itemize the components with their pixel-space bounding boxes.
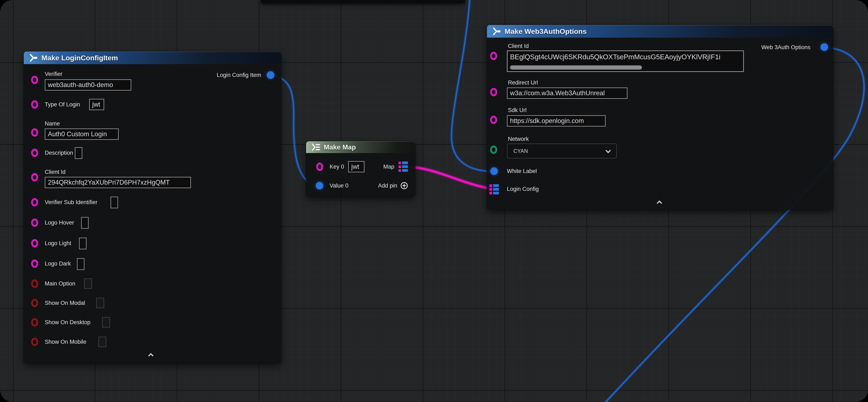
- pin-label-key0: Key 0: [330, 163, 344, 171]
- redirect-url-input[interactable]: w3a://com.w3a.Web3AuthUnreal: [507, 87, 627, 99]
- client-id-input[interactable]: BEglQSgt4cUWcj6SKRdu5QkOXTsePmMcusG5EAoy…: [507, 51, 744, 72]
- pin-label-login-config: Login Config: [507, 185, 539, 193]
- string-pin-verifier[interactable]: [31, 76, 38, 84]
- string-pin-logo-hover[interactable]: [31, 219, 38, 227]
- output-pin-map[interactable]: [399, 162, 408, 172]
- pin-label-verifier-sub-identifier: Verifier Sub Identifier: [45, 198, 97, 206]
- node-header-make-loginconfigitem[interactable]: Make LoginConfigItem: [24, 52, 281, 64]
- pin-label-client-id: Client Id: [45, 168, 66, 176]
- pin-label-main-option: Main Option: [45, 280, 75, 288]
- collapse-node-chevron-icon[interactable]: [148, 353, 153, 358]
- main-option-checkbox[interactable]: [84, 278, 92, 289]
- pin-label-logo-hover: Logo Hover: [45, 219, 74, 227]
- description-input[interactable]: [75, 147, 82, 159]
- node-header-make-web3authoptions[interactable]: Make Web3AuthOptions: [487, 25, 833, 38]
- add-pin-label: Add pin: [378, 181, 397, 190]
- bool-pin-show-on-mobile[interactable]: [31, 338, 38, 346]
- client-id-input[interactable]: 294QRkchfq2YaXUbPri7D6PH7xzHgQMT: [45, 177, 191, 188]
- pin-label-verifier: Verifier: [45, 70, 62, 78]
- logo-light-input[interactable]: [79, 237, 87, 249]
- client-id-value: BEglQSgt4cUWcj6SKRdu5QkOXTsePmMcusG5EAoy…: [507, 51, 743, 62]
- pin-label-description: Description: [45, 149, 73, 157]
- string-pin-redirect-url[interactable]: [490, 88, 497, 96]
- offscreen-node-edge: [260, 0, 465, 3]
- show-on-desktop-checkbox[interactable]: [102, 317, 110, 327]
- string-pin-client-id[interactable]: [490, 52, 497, 60]
- string-pin-description[interactable]: [31, 149, 38, 157]
- make-map-icon: [311, 143, 320, 151]
- output-pin-web3auth-options[interactable]: [820, 43, 828, 51]
- node-make-web3authoptions[interactable]: Make Web3AuthOptions Web 3Auth Options C…: [487, 25, 833, 210]
- string-pin-client-id[interactable]: [31, 173, 38, 181]
- pin-label-sdk-url: Sdk Url: [508, 106, 527, 114]
- verifier-input[interactable]: web3auth-auth0-demo: [45, 79, 131, 91]
- collapse-node-chevron-icon[interactable]: [657, 200, 662, 206]
- pin-label-white-label: White Label: [507, 167, 537, 175]
- node-header-make-map[interactable]: Make Map: [306, 141, 415, 153]
- bool-pin-show-on-desktop[interactable]: [31, 318, 38, 326]
- add-pin-button[interactable]: Add pin: [378, 181, 408, 190]
- pin-label-name: Name: [45, 119, 60, 128]
- string-pin-name[interactable]: [31, 128, 38, 137]
- string-pin-verifier-sub-identifier[interactable]: [31, 198, 38, 206]
- node-title: Make Web3AuthOptions: [504, 27, 587, 35]
- object-pin-value0[interactable]: [316, 182, 323, 190]
- output-pin-label-map: Map: [383, 163, 394, 171]
- output-pin-label: Web 3Auth Options: [761, 43, 810, 52]
- client-id-scrollbar[interactable]: [510, 65, 642, 69]
- name-input[interactable]: Auth0 Custom Login: [45, 128, 119, 140]
- blueprint-graph-canvas[interactable]: Make LoginConfigItem Login Config Item V…: [0, 0, 868, 402]
- node-title: Make LoginConfigItem: [41, 54, 118, 62]
- pin-label-show-on-desktop: Show On Desktop: [45, 318, 91, 326]
- map-pin-login-config[interactable]: [490, 184, 499, 195]
- make-struct-icon: [28, 53, 38, 62]
- object-pin-white-label[interactable]: [490, 167, 498, 175]
- string-pin-type-of-login[interactable]: [31, 100, 38, 109]
- output-pin-login-config-item[interactable]: [267, 71, 274, 79]
- enum-pin-network[interactable]: [490, 145, 497, 154]
- pin-label-client-id: Client Id: [508, 42, 529, 50]
- pin-label-logo-light: Logo Light: [45, 239, 71, 248]
- node-title: Make Map: [324, 143, 356, 151]
- string-pin-sdk-url[interactable]: [490, 116, 497, 124]
- wire-top-to-whitelabel-core: [452, 0, 491, 171]
- sdk-url-input[interactable]: https://sdk.openlogin.com: [507, 115, 606, 126]
- network-dropdown[interactable]: CYAN: [507, 143, 617, 159]
- node-make-loginconfigitem[interactable]: Make LoginConfigItem Login Config Item V…: [24, 52, 281, 363]
- output-pin-label: Login Config Item: [217, 71, 261, 79]
- network-dropdown-value: CYAN: [514, 148, 528, 154]
- pin-label-network: Network: [508, 135, 529, 143]
- type-of-login-input[interactable]: jwt: [89, 99, 104, 110]
- bool-pin-main-option[interactable]: [31, 280, 38, 288]
- pin-label-show-on-modal: Show On Modal: [45, 299, 85, 307]
- add-pin-plus-icon: [400, 182, 408, 190]
- pin-label-redirect-url: Redirect Url: [508, 79, 538, 87]
- show-on-modal-checkbox[interactable]: [96, 298, 104, 308]
- chevron-down-icon: [606, 148, 611, 153]
- bool-pin-show-on-modal[interactable]: [31, 299, 38, 307]
- pin-label-value0: Value 0: [330, 181, 348, 190]
- verifier-sub-identifier-input[interactable]: [111, 197, 118, 208]
- logo-dark-input[interactable]: [77, 258, 85, 270]
- key0-input[interactable]: jwt: [348, 161, 365, 172]
- pin-label-logo-dark: Logo Dark: [45, 259, 71, 268]
- string-pin-logo-dark[interactable]: [31, 259, 38, 268]
- string-pin-logo-light[interactable]: [31, 239, 38, 248]
- pin-label-type-of-login: Type Of Login: [45, 100, 80, 109]
- node-make-map[interactable]: Make Map Key 0 jwt Map Value 0 Add pin: [306, 141, 415, 196]
- make-struct-icon: [492, 27, 501, 36]
- pin-label-show-on-mobile: Show On Mobile: [45, 338, 86, 346]
- string-pin-key0[interactable]: [316, 163, 323, 171]
- logo-hover-input[interactable]: [81, 217, 89, 229]
- show-on-mobile-checkbox[interactable]: [98, 337, 106, 347]
